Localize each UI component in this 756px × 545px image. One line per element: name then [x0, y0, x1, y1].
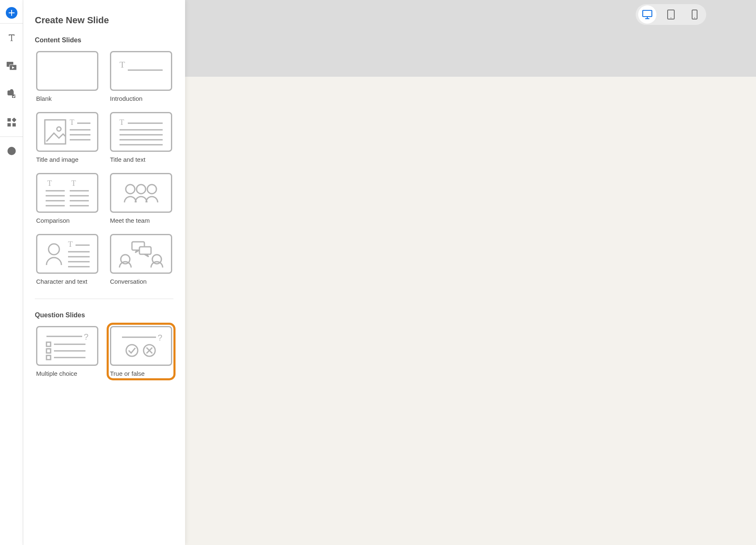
multiple-choice-thumb-icon: ? — [36, 326, 98, 366]
slide-option-label: Comparison — [36, 217, 98, 224]
svg-rect-8 — [9, 12, 15, 13]
svg-text:T: T — [71, 179, 76, 187]
svg-text:T: T — [70, 118, 74, 127]
slide-option-multiple-choice[interactable]: ? Multiple choice — [35, 325, 100, 378]
content-slides-heading: Content Slides — [35, 36, 173, 44]
slide-option-label: Introduction — [110, 95, 172, 102]
slide-option-introduction[interactable]: T Introduction — [109, 50, 173, 103]
add-slide-button[interactable] — [0, 2, 23, 23]
svg-point-47 — [147, 185, 156, 194]
svg-point-23 — [57, 127, 61, 131]
slide-option-label: Character and text — [36, 278, 98, 285]
slide-option-title-text[interactable]: T Title and text — [109, 111, 173, 164]
tablet-view-button[interactable] — [662, 5, 680, 24]
svg-rect-17 — [12, 123, 16, 127]
desktop-view-button[interactable] — [638, 5, 656, 24]
slide-option-label: Title and image — [36, 156, 98, 163]
comparison-thumb-icon: T T — [36, 173, 98, 213]
slide-option-label: Conversation — [110, 278, 172, 285]
widgets-icon — [7, 118, 16, 127]
slide-option-label: True or false — [110, 370, 172, 377]
record-icon — [7, 146, 16, 156]
interactive-icon — [7, 89, 17, 99]
svg-point-48 — [49, 244, 59, 255]
svg-point-46 — [137, 185, 146, 194]
slide-option-character-text[interactable]: T Character and text — [35, 233, 100, 286]
svg-point-69 — [126, 345, 138, 356]
question-slides-grid: ? Multiple choice ? True or false — [35, 325, 173, 378]
mobile-icon — [691, 9, 698, 20]
svg-rect-12 — [8, 91, 13, 95]
true-false-thumb-icon: ? — [110, 326, 172, 366]
svg-text:?: ? — [158, 333, 162, 342]
character-text-thumb-icon: T — [36, 234, 98, 274]
svg-text:T: T — [47, 179, 52, 187]
slide-option-label: Blank — [36, 95, 98, 102]
slide-option-meet-team[interactable]: Meet the team — [109, 172, 173, 225]
media-icon — [6, 61, 17, 71]
text-tool-button[interactable] — [0, 24, 23, 52]
plus-circle-icon — [6, 7, 17, 19]
blank-thumb-icon — [36, 51, 98, 91]
meet-team-thumb-icon — [110, 173, 172, 213]
introduction-thumb-icon: T — [110, 51, 172, 91]
svg-rect-65 — [46, 355, 51, 360]
svg-text:?: ? — [84, 332, 88, 341]
create-slide-flyout: Create New Slide Content Slides Blank T … — [23, 0, 185, 545]
svg-rect-15 — [12, 118, 16, 122]
svg-text:T: T — [119, 59, 125, 70]
question-slides-heading: Question Slides — [35, 311, 173, 319]
svg-rect-14 — [7, 118, 11, 122]
svg-point-6 — [694, 17, 695, 18]
left-rail — [0, 0, 23, 545]
text-icon — [7, 33, 17, 43]
svg-rect-56 — [139, 247, 151, 254]
svg-rect-0 — [643, 10, 652, 17]
title-text-thumb-icon: T — [110, 112, 172, 152]
slide-option-label: Multiple choice — [36, 370, 98, 377]
svg-rect-61 — [46, 342, 51, 346]
widgets-tool-button[interactable] — [0, 108, 23, 136]
flyout-title: Create New Slide — [35, 15, 173, 26]
slide-option-label: Title and text — [110, 156, 172, 163]
svg-point-4 — [671, 17, 671, 18]
slide-option-conversation[interactable]: Conversation — [109, 233, 173, 286]
mobile-view-button[interactable] — [685, 5, 704, 24]
content-slides-grid: Blank T Introduction T — [35, 50, 173, 286]
title-image-thumb-icon: T — [36, 112, 98, 152]
svg-text:T: T — [68, 240, 73, 248]
svg-point-45 — [126, 185, 135, 194]
media-tool-button[interactable] — [0, 52, 23, 80]
device-switcher — [636, 4, 706, 25]
slide-option-comparison[interactable]: T T Comparison — [35, 172, 100, 225]
slide-option-label: Meet the team — [110, 217, 172, 224]
svg-rect-63 — [46, 349, 51, 353]
slide-option-title-image[interactable]: T Title and image — [35, 111, 100, 164]
conversation-thumb-icon — [110, 234, 172, 274]
interactive-tool-button[interactable] — [0, 80, 23, 108]
desktop-icon — [642, 10, 653, 19]
svg-rect-16 — [7, 123, 11, 127]
tablet-icon — [667, 9, 675, 20]
slide-option-true-false[interactable]: ? True or false — [109, 325, 173, 378]
section-divider — [35, 299, 173, 299]
svg-point-19 — [10, 149, 13, 153]
slide-option-blank[interactable]: Blank — [35, 50, 100, 103]
svg-text:T: T — [119, 118, 124, 127]
record-tool-button[interactable] — [0, 137, 23, 165]
